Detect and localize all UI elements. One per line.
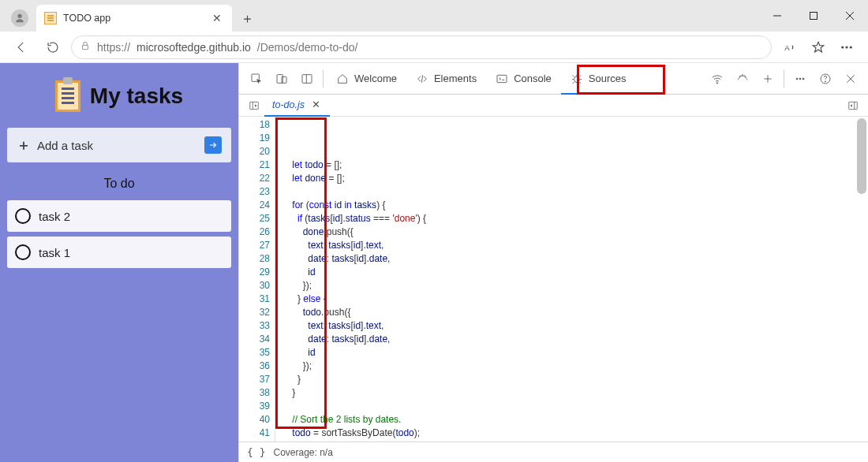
close-tab-icon[interactable]: ✕: [210, 9, 224, 27]
add-task-input[interactable]: ＋ Add a task: [7, 128, 231, 162]
refresh-button[interactable]: [39, 34, 66, 61]
svg-rect-26: [250, 102, 259, 109]
svg-rect-12: [302, 74, 312, 83]
close-window-button[interactable]: [832, 0, 868, 32]
code-icon: [416, 73, 428, 85]
editor-tabbar: to-do.js ✕: [239, 95, 868, 117]
svg-point-6: [842, 46, 844, 47]
tab-favicon: [44, 12, 57, 24]
url-prefix: https://: [97, 41, 130, 54]
minimize-button[interactable]: [759, 0, 795, 32]
code-content[interactable]: let todo = []; let done = []; for (const…: [275, 117, 868, 442]
app-viewport: My tasks ＋ Add a task To do task 2task 1: [0, 63, 238, 462]
devtools-help-button[interactable]: [813, 66, 838, 91]
add-tab-button[interactable]: [755, 66, 780, 91]
url-path: /Demos/demo-to-do/: [257, 41, 358, 54]
url-host: microsoftedge.github.io: [137, 41, 251, 54]
devtools-more-button[interactable]: [788, 66, 813, 91]
svg-point-8: [850, 46, 851, 47]
svg-point-15: [574, 76, 580, 82]
show-debugger-button[interactable]: [843, 100, 863, 111]
svg-point-16: [716, 82, 717, 83]
lock-icon: [80, 40, 91, 54]
network-conditions-button[interactable]: [705, 66, 730, 91]
coverage-status: Coverage: n/a: [273, 447, 332, 458]
task-radio[interactable]: [15, 244, 31, 260]
performance-button[interactable]: [730, 66, 755, 91]
task-row[interactable]: task 2: [7, 200, 231, 232]
tab-console[interactable]: Console: [486, 63, 561, 95]
svg-point-23: [825, 80, 825, 81]
svg-rect-1: [810, 13, 817, 20]
clipboard-icon: [55, 80, 80, 112]
svg-point-21: [803, 78, 804, 80]
add-task-placeholder: Add a task: [37, 139, 198, 152]
task-label: task 1: [39, 246, 70, 259]
file-tab-todo-js[interactable]: to-do.js ✕: [264, 95, 330, 117]
console-icon: [496, 73, 508, 85]
submit-task-button[interactable]: [204, 136, 222, 154]
task-label: task 2: [39, 210, 70, 223]
scrollbar-thumb[interactable]: [857, 118, 866, 194]
browser-titlebar: TODO app ✕ ＋: [0, 0, 868, 32]
tab-title: TODO app: [63, 13, 204, 24]
device-toolbar-button[interactable]: [269, 66, 294, 91]
devtools-scrollbar[interactable]: [857, 118, 866, 323]
window-controls: [759, 0, 868, 32]
svg-rect-28: [849, 102, 858, 109]
close-file-icon[interactable]: ✕: [310, 97, 322, 112]
favorite-button[interactable]: [805, 34, 832, 61]
devtools-toolbar: Welcome Elements Console Sources: [239, 63, 868, 95]
svg-rect-4: [83, 45, 88, 49]
inspect-element-button[interactable]: [244, 66, 269, 91]
maximize-button[interactable]: [795, 0, 832, 32]
devtools-panel: Welcome Elements Console Sources: [238, 63, 868, 462]
plus-icon: ＋: [17, 136, 31, 155]
line-gutter[interactable]: 1819202122232425262728293031323334353637…: [239, 117, 275, 442]
svg-rect-14: [497, 75, 507, 82]
new-tab-button[interactable]: ＋: [235, 6, 259, 30]
more-button[interactable]: [833, 34, 860, 61]
show-navigator-button[interactable]: [244, 100, 264, 111]
task-radio[interactable]: [15, 208, 31, 224]
tab-welcome[interactable]: Welcome: [327, 63, 406, 95]
svg-point-7: [846, 46, 847, 47]
dock-side-button[interactable]: [294, 66, 320, 91]
read-aloud-button[interactable]: A: [776, 34, 803, 61]
task-row[interactable]: task 1: [7, 237, 231, 268]
svg-text:A: A: [784, 43, 790, 51]
bug-icon: [571, 73, 583, 85]
address-bar: https://microsoftedge.github.io/Demos/de…: [0, 32, 868, 63]
devtools-statusbar: { } Coverage: n/a: [239, 442, 868, 462]
svg-rect-11: [282, 76, 286, 83]
tab-elements[interactable]: Elements: [406, 63, 486, 95]
svg-point-19: [796, 78, 798, 80]
devtools-close-button[interactable]: [838, 66, 863, 91]
home-icon: [336, 73, 349, 85]
profile-avatar[interactable]: [11, 9, 28, 27]
pretty-print-button[interactable]: { }: [247, 446, 265, 458]
back-button[interactable]: [8, 34, 35, 61]
app-title: My tasks: [90, 84, 183, 109]
browser-tab[interactable]: TODO app ✕: [36, 5, 232, 32]
code-editor[interactable]: 1819202122232425262728293031323334353637…: [239, 117, 868, 442]
svg-point-20: [799, 78, 801, 80]
tab-sources[interactable]: Sources: [561, 63, 636, 95]
url-input[interactable]: https://microsoftedge.github.io/Demos/de…: [71, 35, 772, 59]
todo-section-heading: To do: [7, 177, 231, 191]
